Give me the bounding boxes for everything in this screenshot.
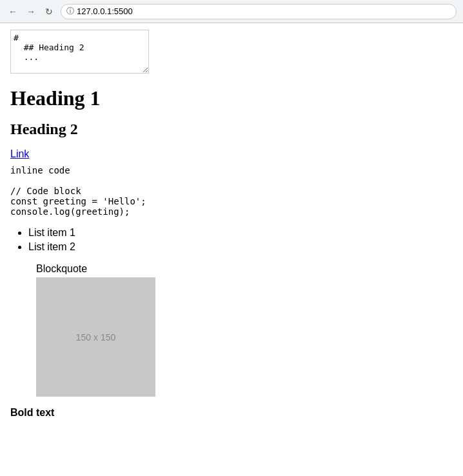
page-content: # ## Heading 2 ... Heading 1 Heading 2 L… (0, 23, 463, 425)
demo-link[interactable]: Link (10, 148, 453, 160)
list-item: List item 2 (28, 241, 453, 253)
forward-button[interactable]: → (25, 5, 37, 18)
reload-button[interactable]: ↻ (43, 5, 55, 18)
demo-list: List item 1 List item 2 (28, 227, 453, 253)
placeholder-image: 150 x 150 (36, 277, 155, 397)
address-bar[interactable]: ⓘ 127.0.0.1:5500 (61, 4, 457, 19)
code-block: // Code block const greeting = 'Hello'; … (10, 186, 453, 217)
inline-code: inline code (10, 165, 453, 175)
bold-text: Bold text (10, 407, 453, 419)
security-icon: ⓘ (66, 6, 74, 17)
blockquote-section: Blockquote 150 x 150 (36, 263, 453, 397)
list-item: List item 1 (28, 227, 453, 239)
heading-1: Heading 1 (10, 86, 453, 110)
blockquote-label: Blockquote (36, 263, 453, 275)
markdown-editor[interactable]: # ## Heading 2 ... (10, 30, 149, 74)
back-button[interactable]: ← (6, 5, 19, 18)
browser-chrome: ← → ↻ ⓘ 127.0.0.1:5500 (0, 0, 463, 23)
url-text: 127.0.0.1:5500 (77, 6, 133, 16)
heading-2: Heading 2 (10, 121, 453, 138)
